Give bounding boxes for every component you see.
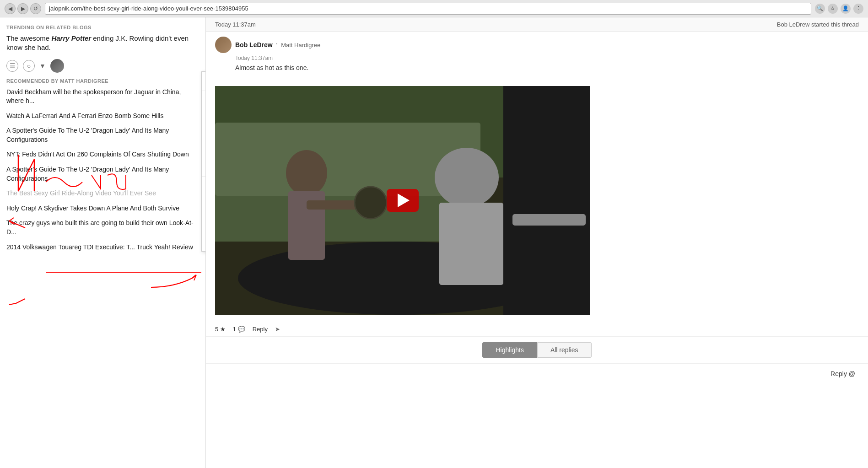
svg-point-9 <box>355 187 387 219</box>
sidebar-article-1[interactable]: David Beckham will be the spokesperson f… <box>0 86 205 109</box>
sidebar-article-5[interactable]: A Spotter's Guide To The U-2 'Dragon Lad… <box>0 163 205 187</box>
blog-truck-yeah[interactable]: TRUCK YEAH! <box>202 162 206 173</box>
svg-point-10 <box>435 148 499 207</box>
sidebar-article-4[interactable]: NYT: Feds Didn't Act On 260 Complaints O… <box>0 148 205 163</box>
circle-icon[interactable]: ○ <box>23 60 35 72</box>
blog-deadspin[interactable]: DEADSPIN <box>202 190 206 202</box>
browser-icons: 🔍 ☆ 👤 ⋮ <box>815 4 863 14</box>
blog-detroit[interactable]: DETROIT <box>202 116 206 128</box>
trending-text-1: The awesome <box>6 34 51 42</box>
comment-meta: Bob LeDrew ' Matt Hardigree <box>215 37 859 53</box>
blog-foxtrot-alpha[interactable]: FOXTROT ALPHA <box>202 151 206 162</box>
tab-all-replies[interactable]: All replies <box>537 342 592 358</box>
commenter-name[interactable]: Bob LeDrew <box>235 41 273 48</box>
blog-gawker[interactable]: GAWKER <box>202 202 206 213</box>
comment-actions: 5 ★ 1 💬 Reply ➤ <box>206 322 868 337</box>
main-content: Today 11:37am Bob LeDrew started this th… <box>206 17 868 468</box>
video-thumbnail <box>215 86 590 315</box>
related-blogs-header: RELATED BLOGS <box>202 94 206 105</box>
stars-count: 5 ★ <box>215 326 226 333</box>
comment-time: Today 11:37am <box>235 55 859 61</box>
thread-time: Today 11:37am <box>215 21 256 28</box>
play-button[interactable] <box>387 189 419 212</box>
bookmark-icon[interactable]: ☆ <box>828 4 838 14</box>
svg-rect-12 <box>503 86 590 315</box>
reply-at-section: Reply @ <box>206 364 868 384</box>
tab-highlights[interactable]: Highlights <box>482 342 537 358</box>
blogs-may-like-header: BLOGS YOU MAY LIKE <box>202 179 206 190</box>
search-icon[interactable]: 🔍 <box>815 4 825 14</box>
svg-rect-11 <box>439 203 503 285</box>
dropdown-divider-1 <box>202 91 206 91</box>
recommended-label: RECOMMENDED BY MATT HARDIGREE <box>0 75 205 86</box>
svg-rect-13 <box>512 214 586 226</box>
reply-count: 1 💬 <box>233 326 245 333</box>
commenter-to: ' <box>276 42 277 48</box>
svg-point-6 <box>286 150 327 196</box>
menu-icon[interactable]: ⋮ <box>853 4 863 14</box>
dropdown-divider-2 <box>202 176 206 177</box>
back-button[interactable]: ◀ <box>5 3 16 14</box>
comment-section: Bob LeDrew ' Matt Hardigree Today 11:37a… <box>206 32 868 81</box>
blog-io9[interactable]: IO9 <box>202 225 206 236</box>
dropdown-menu: ✓ Unfollow Jalopnik RELATED BLOGS OPPOSI… <box>201 71 206 252</box>
blog-gizmodo[interactable]: GIZMODO <box>202 213 206 225</box>
reply-button[interactable]: Reply <box>253 326 268 333</box>
thread-started-by: Bob LeDrew started this thread <box>777 21 859 28</box>
thread-header: Today 11:37am Bob LeDrew started this th… <box>206 17 868 32</box>
sidebar: TRENDING ON RELATED BLOGS The awesome Ha… <box>0 17 206 468</box>
comment-text: Almost as hot as this one. <box>235 64 859 71</box>
sidebar-article-2[interactable]: Watch A LaFerrari And A Ferrari Enzo Bom… <box>0 109 205 124</box>
sidebar-article-3[interactable]: A Spotter's Guide To The U-2 'Dragon Lad… <box>0 124 205 148</box>
user-icon[interactable]: 👤 <box>841 4 851 14</box>
trending-italic: Harry Potter <box>51 34 91 42</box>
forward-button[interactable]: ▶ <box>17 3 28 14</box>
refresh-button[interactable]: ↺ <box>30 3 41 14</box>
tabs-bar: Highlights All replies <box>206 337 868 364</box>
reply-arrow-icon: ➤ <box>275 326 280 333</box>
sidebar-article-9[interactable]: 2014 Volkswagen Touareg TDI Executive: T… <box>0 241 205 256</box>
address-bar[interactable]: jalopnik.com/the-best-sexy-girl-ride-alo… <box>45 3 811 15</box>
browser-chrome: ◀ ▶ ↺ jalopnik.com/the-best-sexy-girl-ri… <box>0 0 868 17</box>
dropdown-arrow-icon[interactable]: ▼ <box>39 62 46 70</box>
unfollow-button[interactable]: ✓ Unfollow Jalopnik <box>202 75 206 88</box>
page-body: TRENDING ON RELATED BLOGS The awesome Ha… <box>0 17 868 468</box>
blog-flightclub[interactable]: FLIGHTCLUB <box>202 139 206 151</box>
video-embed[interactable] <box>215 86 590 315</box>
user-avatar <box>50 59 64 73</box>
commenter-avatar <box>215 37 232 53</box>
blog-jalopnik[interactable]: JALOPNIK <box>202 236 206 247</box>
sidebar-controls: ☰ ○ ▼ <box>0 56 205 75</box>
sidebar-article-8[interactable]: The crazy guys who built this are going … <box>0 216 205 240</box>
nav-buttons[interactable]: ◀ ▶ ↺ <box>5 3 41 14</box>
sidebar-article-6[interactable]: The Best Sexy Girl Ride-Along Video You'… <box>0 187 205 202</box>
play-triangle-icon <box>398 194 410 207</box>
trending-headline: The awesome Harry Potter ending J.K. Row… <box>0 32 205 56</box>
blog-opposite-lock[interactable]: OPPOSITE LOCK <box>202 105 206 116</box>
list-icon[interactable]: ☰ <box>6 60 18 72</box>
reply-at-button[interactable]: Reply @ <box>827 368 859 379</box>
sidebar-article-7[interactable]: Holy Crap! A Skydiver Takes Down A Plane… <box>0 202 205 217</box>
svg-rect-8 <box>307 200 361 210</box>
trending-label: TRENDING ON RELATED BLOGS <box>0 22 205 32</box>
blog-doug-demuro[interactable]: DOUG DEMURO <box>202 128 206 139</box>
comment-recipient: Matt Hardigree <box>281 42 320 48</box>
url-text: jalopnik.com/the-best-sexy-girl-ride-alo… <box>49 5 248 12</box>
